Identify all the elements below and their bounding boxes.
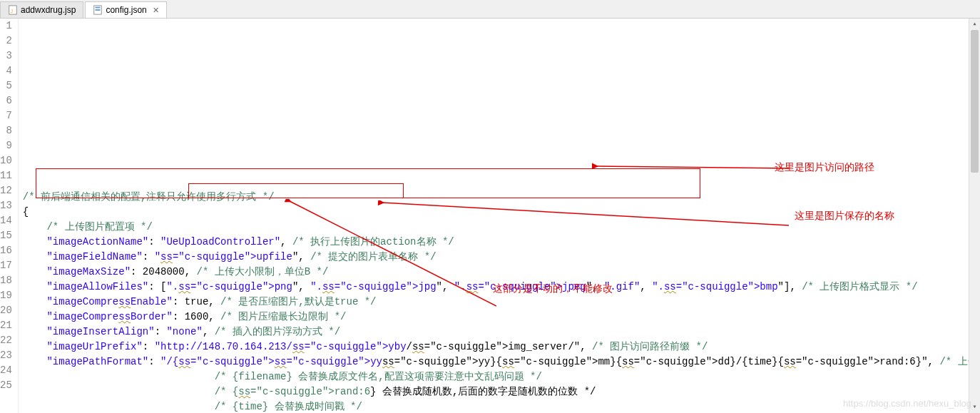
code-line[interactable]: /* {time} 会替换成时间戳 */	[19, 399, 980, 413]
annotation-fixedpart: 这部分是不动的，不能修改	[493, 282, 613, 295]
code-line[interactable]: "imageInsertAlign": "none", /* 插入的图片浮动方式…	[19, 325, 980, 340]
code-line[interactable]: "imageFieldName": "ss="c-squiggle">upfil…	[19, 250, 980, 265]
code-line[interactable]: "imageCompressBorder": 1600, /* 图片压缩最长边限…	[19, 310, 980, 325]
line-number: 10	[0, 153, 12, 168]
line-number: 11	[0, 168, 12, 183]
close-icon[interactable]: ✕	[153, 6, 159, 15]
svg-text:J: J	[11, 9, 14, 14]
tab-addwxdrug[interactable]: J addwxdrug.jsp	[0, 1, 83, 18]
line-number: 14	[0, 213, 12, 228]
line-number: 20	[0, 303, 12, 318]
line-number: 24	[0, 363, 12, 378]
line-gutter: 1234567891011121314151617181920212223242…	[0, 19, 19, 413]
arrow-urlprefix	[589, 158, 789, 172]
vertical-scrollbar[interactable]: ▴ ▾	[969, 19, 980, 413]
line-number: 3	[0, 49, 12, 63]
svg-rect-4	[96, 9, 101, 11]
line-number: 25	[0, 378, 12, 393]
line-number: 8	[0, 123, 12, 138]
jsp-file-icon: J	[8, 5, 18, 15]
tab-label: addwxdrug.jsp	[21, 5, 76, 15]
code-line[interactable]: "imageCompressEnable": true, /* 是否压缩图片,默…	[19, 295, 980, 310]
line-number: 23	[0, 348, 12, 363]
scroll-thumb[interactable]	[971, 30, 979, 173]
code-line[interactable]: "imageMaxSize": 2048000, /* 上传大小限制，单位B *…	[19, 265, 980, 280]
line-number: 22	[0, 333, 12, 348]
line-number: 21	[0, 318, 12, 333]
svg-rect-3	[96, 7, 101, 9]
code-area[interactable]: 这里是图片访问的路径 这里是图片保存的名称 这部分是不动的，不能修改 /* 前后…	[19, 19, 980, 413]
svg-line-5	[596, 166, 789, 168]
code-editor[interactable]: 1234567891011121314151617181920212223242…	[0, 19, 980, 413]
line-number: 6	[0, 93, 12, 108]
line-number: 16	[0, 243, 12, 258]
code-line[interactable]: /* 前后端通信相关的配置,注释只允许使用多行方式 */	[19, 190, 980, 205]
code-line[interactable]: "imageActionName": "UeUploadController",…	[19, 235, 980, 250]
line-number: 15	[0, 228, 12, 243]
code-line[interactable]: "imagePathFormat": "/{ss="c-squiggle">ss…	[19, 355, 980, 369]
line-number: 2	[0, 34, 12, 49]
code-line[interactable]: /* {filename} 会替换成原文件名,配置这项需要注意中文乱码问题 */	[19, 369, 980, 384]
line-number: 13	[0, 198, 12, 213]
scroll-up-icon[interactable]: ▴	[969, 19, 980, 30]
code-line[interactable]: /* {ss="c-squiggle">rand:6} 会替换成随机数,后面的数…	[19, 384, 980, 399]
line-number: 5	[0, 78, 12, 93]
line-number: 19	[0, 288, 12, 303]
code-line[interactable]: "imageUrlPrefix": "http://148.70.164.213…	[19, 340, 980, 355]
editor-tabs: J addwxdrug.jsp config.json ✕	[0, 0, 980, 19]
json-file-icon	[93, 5, 103, 15]
watermark-text: https://blog.csdn.net/hexu_blog	[843, 398, 971, 409]
tab-config-json[interactable]: config.json ✕	[85, 1, 166, 18]
annotation-urlprefix: 这里是图片访问的路径	[775, 161, 874, 174]
line-number: 18	[0, 273, 12, 288]
line-number: 4	[0, 63, 12, 78]
tab-label: config.json	[106, 5, 146, 15]
line-number: 12	[0, 183, 12, 198]
line-number: 9	[0, 138, 12, 153]
line-number: 17	[0, 258, 12, 273]
line-number: 1	[0, 19, 12, 34]
line-number: 7	[0, 108, 12, 123]
annotation-pathformat: 这里是图片保存的名称	[795, 210, 894, 223]
